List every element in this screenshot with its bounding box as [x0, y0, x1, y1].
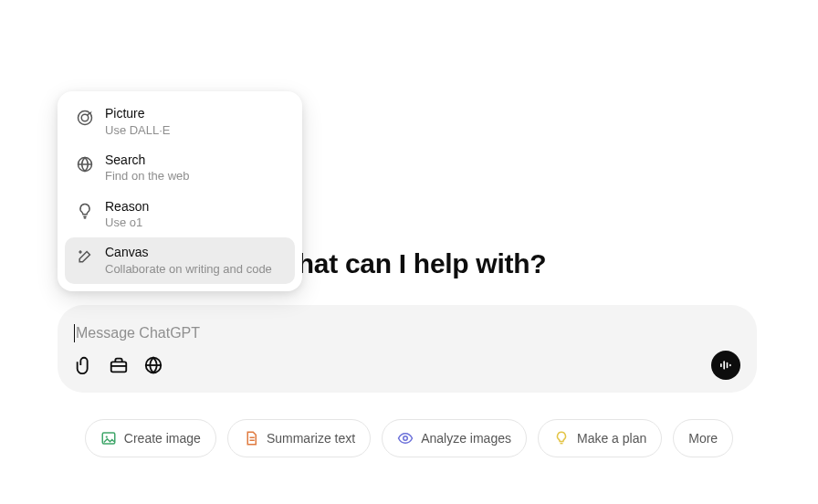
dropdown-item-search[interactable]: Search Find on the web	[65, 145, 295, 192]
chip-make-plan[interactable]: Make a plan	[538, 419, 662, 457]
dropdown-item-title: Picture	[105, 106, 171, 122]
chip-more[interactable]: More	[673, 419, 733, 457]
dropdown-item-subtitle: Collaborate on writing and code	[105, 262, 272, 277]
dropdown-item-subtitle: Use DALL·E	[105, 123, 171, 138]
image-icon	[100, 430, 117, 446]
dropdown-item-subtitle: Use o1	[105, 215, 149, 230]
svg-rect-6	[723, 361, 725, 369]
dropdown-item-title: Canvas	[105, 245, 272, 261]
attach-icon[interactable]	[74, 355, 94, 375]
svg-point-10	[105, 436, 107, 437]
chat-input[interactable]: Message ChatGPT	[58, 305, 757, 393]
bulb-fill-icon	[553, 430, 570, 446]
chip-summarize-text[interactable]: Summarize text	[227, 419, 371, 457]
chat-placeholder: Message ChatGPT	[74, 325, 740, 343]
chip-label: Analyze images	[421, 431, 511, 446]
chip-label: More	[688, 431, 718, 446]
svg-rect-5	[720, 363, 722, 367]
hero-title: What can I help with?	[272, 248, 546, 279]
dropdown-item-picture[interactable]: Picture Use DALL·E	[65, 99, 295, 145]
doc-icon	[243, 430, 259, 446]
suggestion-chips: Create image Summarize text Analyze imag…	[0, 419, 818, 457]
dropdown-item-reason[interactable]: Reason Use o1	[65, 192, 295, 238]
waveform-icon	[718, 358, 733, 373]
svg-rect-7	[727, 362, 729, 369]
svg-rect-8	[729, 364, 731, 367]
tools-dropdown: Picture Use DALL·E Search Find on the we…	[58, 91, 302, 291]
chip-label: Create image	[124, 431, 201, 446]
globe-icon[interactable]	[143, 355, 163, 375]
eye-icon	[397, 430, 414, 446]
svg-rect-3	[111, 362, 127, 372]
toolbox-icon[interactable]	[109, 355, 129, 375]
chip-label: Summarize text	[267, 431, 355, 446]
text-caret	[74, 324, 75, 342]
dropdown-item-title: Search	[105, 152, 190, 169]
svg-point-0	[79, 111, 92, 125]
dropdown-item-subtitle: Find on the web	[105, 169, 190, 184]
target-icon	[76, 109, 94, 127]
dropdown-item-canvas[interactable]: Canvas Collaborate on writing and code	[65, 237, 295, 284]
svg-point-11	[404, 436, 408, 441]
globe-icon	[76, 155, 94, 173]
dropdown-item-title: Reason	[105, 199, 149, 215]
bulb-icon	[76, 202, 94, 220]
chip-analyze-images[interactable]: Analyze images	[382, 419, 527, 457]
chip-create-image[interactable]: Create image	[85, 419, 216, 457]
chip-label: Make a plan	[577, 431, 646, 446]
pencil-plus-icon	[76, 247, 94, 266]
voice-button[interactable]	[711, 351, 740, 380]
